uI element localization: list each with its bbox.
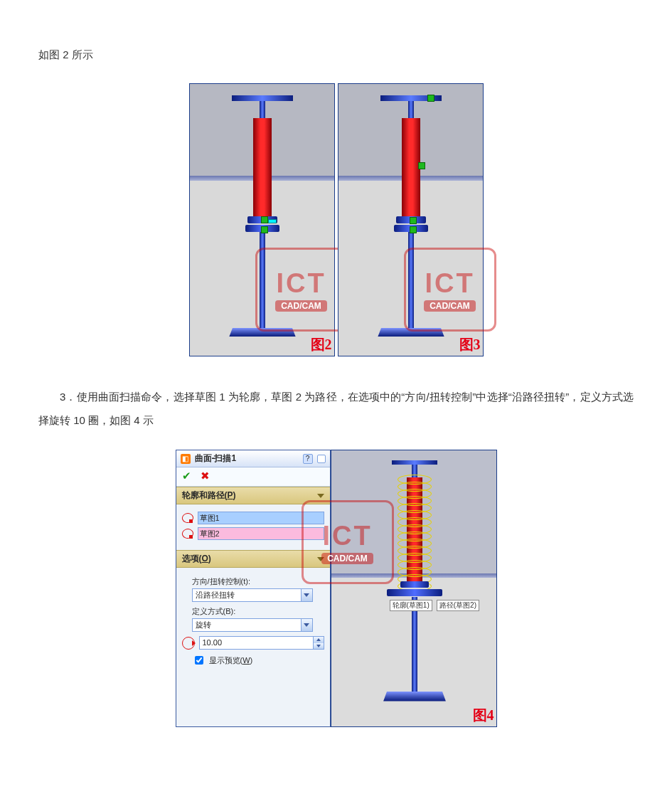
pump-handle	[232, 95, 293, 101]
paragraph-fig2-intro: 如图 2 所示	[38, 43, 634, 66]
pump-handle-stem	[260, 101, 265, 118]
section-profile-path[interactable]: 轮廓和路径(P)	[176, 487, 330, 504]
pump-base	[378, 328, 444, 337]
figure-4: ◧ 曲面-扫描1 ? ✔ ✖ 轮廓和路径(P) 草图	[38, 449, 634, 728]
sketch-handle-icon	[261, 226, 268, 233]
pin-button[interactable]	[317, 455, 326, 463]
chevron-up-icon	[317, 494, 324, 498]
spin-down-button[interactable]	[314, 643, 324, 650]
profile-row: 草图1	[182, 512, 324, 524]
direction-value: 沿路径扭转	[193, 590, 301, 600]
sketch-handle-icon	[418, 162, 425, 169]
figure-2: ICT CAD/CAM 图2	[189, 83, 335, 356]
sketch-handle-icon	[268, 219, 277, 223]
pump-handle-stem	[412, 465, 417, 477]
sketch-handle-icon	[410, 217, 417, 224]
figure-4-viewport: 轮廓(草图1) 路径(草图2) ICT CAD/CAM 图4	[331, 450, 497, 727]
pump-lower-stem	[260, 232, 265, 329]
spin-up-button[interactable]	[314, 637, 324, 643]
sketch-handle-icon	[261, 216, 268, 223]
preview-label: 显示预览(W)	[209, 655, 253, 666]
direction-select[interactable]: 沿路径扭转	[192, 588, 313, 602]
turns-value: 10.00	[200, 637, 313, 649]
cancel-button[interactable]: ✖	[201, 471, 212, 482]
sketch-handle-icon	[427, 95, 434, 102]
flag-profile: 轮廓(草图1)	[390, 600, 432, 611]
pump-body	[407, 477, 422, 583]
paragraph-step-3: 3．使用曲面扫描命令，选择草图 1 为轮廓，草图 2 为路径，在选项中的“方向/…	[38, 385, 634, 432]
section-profile-label: 轮廓和路径(P)	[182, 490, 236, 502]
pump-lower-stem	[408, 232, 414, 329]
pump-base	[229, 328, 295, 337]
help-button[interactable]: ?	[303, 454, 313, 464]
preview-checkbox-row[interactable]: 显示预览(W)	[192, 654, 324, 667]
path-row: 草图2	[182, 527, 324, 540]
rotate-icon	[182, 637, 195, 650]
pump-flange-top	[400, 581, 429, 588]
sketch-handle-icon	[410, 226, 417, 233]
define-value: 旋转	[193, 620, 301, 630]
chevron-up-icon	[317, 557, 324, 561]
figure-label-3: 图3	[459, 335, 481, 354]
chevron-down-icon[interactable]	[301, 589, 312, 601]
figure-3: ICT CAD/CAM 图3	[338, 83, 484, 356]
path-input[interactable]: 草图2	[198, 527, 324, 540]
panel-title-text: 曲面-扫描1	[195, 453, 299, 465]
sweep-property-panel: ◧ 曲面-扫描1 ? ✔ ✖ 轮廓和路径(P) 草图	[176, 450, 331, 727]
panel-titlebar: ◧ 曲面-扫描1 ?	[176, 450, 330, 467]
pump-lower-stem	[412, 597, 417, 692]
pump-body	[253, 118, 272, 218]
turns-spinbox[interactable]: 10.00	[199, 636, 324, 650]
feature-icon: ◧	[181, 454, 191, 464]
ok-button[interactable]: ✔	[182, 471, 193, 482]
pump-base	[383, 692, 446, 702]
profile-input[interactable]: 草图1	[198, 512, 324, 524]
define-select[interactable]: 旋转	[192, 618, 313, 632]
direction-label: 方向/扭转控制(t):	[192, 576, 324, 587]
callout-flags: 轮廓(草图1) 路径(草图2)	[390, 600, 479, 611]
figure-label-2: 图2	[311, 335, 332, 354]
panel-action-row: ✔ ✖	[176, 467, 330, 487]
pump-handle-stem	[408, 101, 414, 118]
path-sketch-icon	[182, 529, 193, 539]
section-options[interactable]: 选项(O)	[176, 550, 330, 568]
pump-flange-bottom	[387, 589, 442, 596]
chevron-down-icon[interactable]	[301, 619, 312, 631]
preview-checkbox[interactable]	[195, 656, 203, 665]
define-label: 定义方式(B):	[192, 606, 324, 617]
profile-sketch-icon	[182, 513, 193, 523]
flag-path: 路径(草图2)	[437, 600, 479, 611]
figure-row-2-3: ICT CAD/CAM 图2 ICT CAD/CAM 图3	[38, 83, 634, 356]
figure-label-4: 图4	[473, 706, 494, 725]
section-options-label: 选项(O)	[182, 553, 211, 565]
